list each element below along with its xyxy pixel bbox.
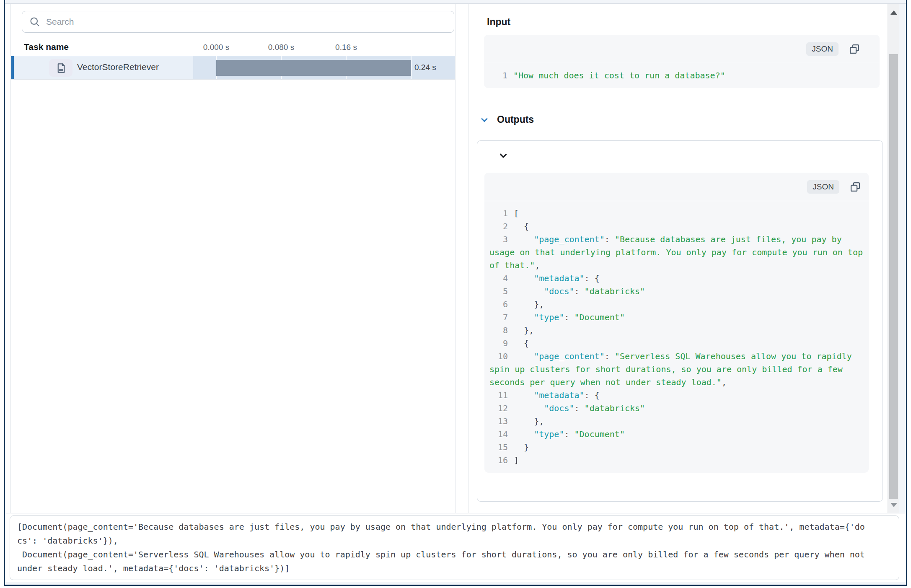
- raw-output-line: cs': 'databricks'}),: [17, 534, 892, 548]
- code-line: 10 "page_content": "Serverless SQL Wareh…: [489, 350, 864, 389]
- raw-output-line: under steady load.', metadata={'docs': '…: [17, 562, 892, 575]
- input-section-title: Input: [487, 16, 888, 28]
- time-axis-tick-1: 0.080 s: [268, 43, 294, 52]
- code-line: 15 }: [489, 441, 864, 454]
- code-line: 5 "docs": "databricks": [489, 285, 864, 298]
- search-icon: [29, 16, 41, 28]
- code-line: 1"How much does it cost to run a databas…: [489, 69, 875, 82]
- copy-icon[interactable]: [849, 43, 860, 55]
- left-gutter: [5, 4, 10, 513]
- line-number: 1: [489, 69, 507, 82]
- code-line: 1[: [489, 207, 864, 220]
- outputs-card: JSON 1[2 {3 "page_content": "Because dat…: [477, 140, 883, 502]
- outputs-section-header: Outputs: [479, 114, 888, 125]
- time-axis-tick-2: 0.16 s: [335, 43, 357, 52]
- scroll-up-icon[interactable]: [890, 10, 897, 15]
- span-detail-panel: Input JSON 1"How much does it cost to ru…: [468, 4, 888, 513]
- time-axis-tick-0: 0.000 s: [203, 43, 229, 52]
- outputs-section-title: Outputs: [497, 114, 534, 125]
- line-number: 2: [489, 220, 508, 233]
- scroll-down-icon[interactable]: [890, 503, 897, 507]
- json-format-badge[interactable]: JSON: [806, 42, 839, 56]
- trace-viewer-window: Task name 0.000 s 0.080 s 0.16 s VectorS…: [4, 0, 907, 586]
- code-line: 8 },: [489, 324, 864, 337]
- line-number: 8: [489, 324, 508, 337]
- selected-row-accent: [11, 56, 14, 79]
- outputs-card-header: JSON: [484, 173, 869, 201]
- code-line: 3 "page_content": "Because databases are…: [489, 233, 864, 272]
- raw-output-line: [Document(page_content='Because database…: [17, 520, 892, 534]
- code-line: 13 },: [489, 415, 864, 428]
- chevron-down-icon[interactable]: [498, 149, 509, 162]
- code-line: 11 "metadata": {: [489, 389, 864, 402]
- line-number: 1: [489, 207, 508, 220]
- code-line: 4 "metadata": {: [489, 272, 864, 285]
- duration-label: 0.24 s: [414, 63, 436, 72]
- code-line: 12 "docs": "databricks": [489, 402, 864, 415]
- input-json-code: 1"How much does it cost to run a databas…: [484, 63, 880, 88]
- code-line: 2 {: [489, 220, 864, 233]
- line-number: 6: [489, 298, 508, 311]
- input-card-header: JSON: [484, 35, 880, 63]
- outputs-json-card: JSON 1[2 {3 "page_content": "Because dat…: [484, 173, 869, 473]
- gantt-bar[interactable]: [216, 60, 411, 76]
- right-strip: [899, 4, 906, 513]
- line-number: 13: [489, 415, 508, 428]
- search-wrap: [11, 4, 455, 33]
- outputs-json-code: 1[2 {3 "page_content": "Because database…: [484, 201, 869, 473]
- scrollbar-thumb[interactable]: [889, 54, 898, 499]
- search-input-container[interactable]: [22, 11, 454, 33]
- line-number: 4: [489, 272, 508, 285]
- bottom-strip: [5, 582, 906, 585]
- copy-icon[interactable]: [849, 181, 861, 193]
- span-tree-panel: Task name 0.000 s 0.080 s 0.16 s VectorS…: [10, 4, 456, 513]
- raw-output-block: [Document(page_content='Because database…: [10, 515, 899, 580]
- timeline-track: 0.24 s: [193, 56, 455, 79]
- code-line: 16]: [489, 454, 864, 467]
- raw-output-line: Document(page_content='Serverless SQL Wa…: [17, 548, 892, 562]
- code-line: 9 {: [489, 337, 864, 350]
- line-number: 14: [489, 428, 508, 441]
- search-input[interactable]: [46, 17, 447, 27]
- json-format-badge[interactable]: JSON: [807, 180, 839, 194]
- line-number: 9: [489, 337, 508, 350]
- panel-gutter: [456, 4, 468, 513]
- code-line: 6 },: [489, 298, 864, 311]
- document-icon: [49, 59, 72, 77]
- task-name-label: VectorStoreRetriever: [77, 62, 159, 72]
- task-name-column-header: Task name: [24, 42, 69, 52]
- main-area: Task name 0.000 s 0.080 s 0.16 s VectorS…: [5, 4, 906, 513]
- code-line: 14 "type": "Document": [489, 428, 864, 441]
- code-line: 7 "type": "Document": [489, 311, 864, 324]
- line-number: 3: [489, 233, 508, 246]
- line-number: 7: [489, 311, 508, 324]
- line-number: 16: [489, 454, 508, 467]
- line-number: 5: [489, 285, 508, 298]
- line-number: 12: [489, 402, 508, 415]
- top-strip: [5, 0, 906, 4]
- line-number: 10: [489, 350, 508, 363]
- chevron-down-icon[interactable]: [479, 115, 489, 125]
- raw-output-area: [Document(page_content='Because database…: [5, 513, 906, 580]
- line-number: 15: [489, 441, 508, 454]
- input-json-card: JSON 1"How much does it cost to run a da…: [484, 35, 880, 88]
- task-table-header: Task name 0.000 s 0.080 s 0.16 s: [11, 41, 455, 56]
- vertical-scrollbar[interactable]: [888, 4, 899, 513]
- line-number: 11: [489, 389, 508, 402]
- task-row[interactable]: VectorStoreRetriever 0.24 s: [11, 56, 455, 80]
